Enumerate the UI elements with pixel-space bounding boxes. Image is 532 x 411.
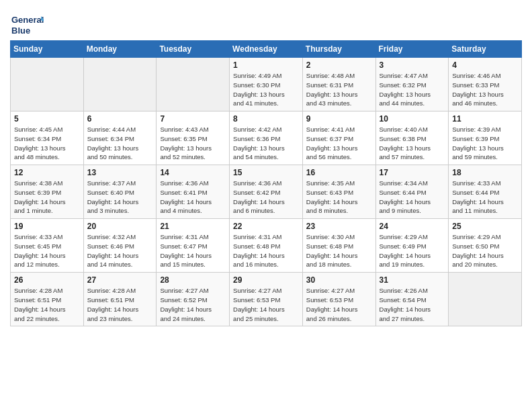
calendar-cell: 2Sunrise: 4:48 AM Sunset: 6:31 PM Daylig… xyxy=(302,58,375,111)
day-info: Sunrise: 4:36 AM Sunset: 6:41 PM Dayligh… xyxy=(160,179,226,216)
day-info: Sunrise: 4:49 AM Sunset: 6:30 PM Dayligh… xyxy=(233,71,299,108)
day-info: Sunrise: 4:28 AM Sunset: 6:51 PM Dayligh… xyxy=(87,286,153,323)
day-info: Sunrise: 4:47 AM Sunset: 6:32 PM Dayligh… xyxy=(380,71,445,108)
day-info: Sunrise: 4:46 AM Sunset: 6:33 PM Dayligh… xyxy=(452,71,518,108)
day-info: Sunrise: 4:26 AM Sunset: 6:54 PM Dayligh… xyxy=(380,286,445,323)
day-info: Sunrise: 4:34 AM Sunset: 6:44 PM Dayligh… xyxy=(380,179,445,216)
day-info: Sunrise: 4:27 AM Sunset: 6:53 PM Dayligh… xyxy=(233,286,299,323)
calendar-cell: 17Sunrise: 4:34 AM Sunset: 6:44 PM Dayli… xyxy=(375,165,449,219)
calendar-cell: 1Sunrise: 4:49 AM Sunset: 6:30 PM Daylig… xyxy=(230,58,303,111)
day-info: Sunrise: 4:43 AM Sunset: 6:35 PM Dayligh… xyxy=(160,125,226,162)
calendar-cell: 13Sunrise: 4:37 AM Sunset: 6:40 PM Dayli… xyxy=(83,165,157,219)
day-info: Sunrise: 4:27 AM Sunset: 6:52 PM Dayligh… xyxy=(160,286,226,323)
day-number: 12 xyxy=(14,168,80,177)
svg-text:Blue: Blue xyxy=(11,26,30,36)
day-info: Sunrise: 4:29 AM Sunset: 6:50 PM Dayligh… xyxy=(452,232,518,269)
day-info: Sunrise: 4:40 AM Sunset: 6:38 PM Dayligh… xyxy=(380,125,445,162)
day-number: 2 xyxy=(306,60,372,70)
weekday-header: Thursday xyxy=(302,41,375,58)
svg-text:General: General xyxy=(11,15,44,25)
calendar-cell: 5Sunrise: 4:45 AM Sunset: 6:34 PM Daylig… xyxy=(11,111,84,165)
day-number: 3 xyxy=(380,60,445,70)
calendar-table: SundayMondayTuesdayWednesdayThursdayFrid… xyxy=(10,40,522,326)
day-info: Sunrise: 4:30 AM Sunset: 6:48 PM Dayligh… xyxy=(306,232,372,269)
calendar-cell: 28Sunrise: 4:27 AM Sunset: 6:52 PM Dayli… xyxy=(157,273,230,326)
day-number: 4 xyxy=(452,60,518,70)
logo: General Blue xyxy=(10,11,44,38)
day-info: Sunrise: 4:27 AM Sunset: 6:53 PM Dayligh… xyxy=(306,286,372,323)
day-number: 18 xyxy=(452,168,518,177)
calendar-cell: 4Sunrise: 4:46 AM Sunset: 6:33 PM Daylig… xyxy=(449,58,522,111)
weekday-header-row: SundayMondayTuesdayWednesdayThursdayFrid… xyxy=(11,41,522,58)
day-number: 10 xyxy=(380,114,445,124)
calendar-week-row: 1Sunrise: 4:49 AM Sunset: 6:30 PM Daylig… xyxy=(11,58,522,111)
day-info: Sunrise: 4:33 AM Sunset: 6:45 PM Dayligh… xyxy=(14,232,80,269)
weekday-header: Wednesday xyxy=(230,41,303,58)
logo-svg: General Blue xyxy=(10,11,44,38)
calendar-cell xyxy=(11,58,84,111)
calendar-cell: 26Sunrise: 4:28 AM Sunset: 6:51 PM Dayli… xyxy=(11,273,84,326)
calendar-cell: 3Sunrise: 4:47 AM Sunset: 6:32 PM Daylig… xyxy=(375,58,449,111)
calendar-cell xyxy=(449,273,522,326)
day-info: Sunrise: 4:41 AM Sunset: 6:37 PM Dayligh… xyxy=(306,125,372,162)
calendar-cell: 6Sunrise: 4:44 AM Sunset: 6:34 PM Daylig… xyxy=(83,111,157,165)
day-info: Sunrise: 4:48 AM Sunset: 6:31 PM Dayligh… xyxy=(306,71,372,108)
calendar-cell: 14Sunrise: 4:36 AM Sunset: 6:41 PM Dayli… xyxy=(157,165,230,219)
day-number: 28 xyxy=(160,275,226,285)
calendar-cell: 15Sunrise: 4:36 AM Sunset: 6:42 PM Dayli… xyxy=(230,165,303,219)
calendar-cell: 20Sunrise: 4:32 AM Sunset: 6:46 PM Dayli… xyxy=(83,219,157,273)
calendar-cell: 24Sunrise: 4:29 AM Sunset: 6:49 PM Dayli… xyxy=(375,219,449,273)
day-info: Sunrise: 4:45 AM Sunset: 6:34 PM Dayligh… xyxy=(14,125,80,162)
day-info: Sunrise: 4:38 AM Sunset: 6:39 PM Dayligh… xyxy=(14,179,80,216)
calendar-cell: 23Sunrise: 4:30 AM Sunset: 6:48 PM Dayli… xyxy=(302,219,375,273)
day-number: 26 xyxy=(14,275,80,285)
calendar-cell xyxy=(83,58,157,111)
day-number: 7 xyxy=(160,114,226,124)
calendar-cell: 22Sunrise: 4:31 AM Sunset: 6:48 PM Dayli… xyxy=(230,219,303,273)
calendar-cell: 21Sunrise: 4:31 AM Sunset: 6:47 PM Dayli… xyxy=(157,219,230,273)
calendar-cell: 27Sunrise: 4:28 AM Sunset: 6:51 PM Dayli… xyxy=(83,273,157,326)
weekday-header: Tuesday xyxy=(157,41,230,58)
day-info: Sunrise: 4:29 AM Sunset: 6:49 PM Dayligh… xyxy=(380,232,445,269)
calendar-week-row: 5Sunrise: 4:45 AM Sunset: 6:34 PM Daylig… xyxy=(11,111,522,165)
calendar-cell xyxy=(157,58,230,111)
day-number: 21 xyxy=(160,222,226,231)
weekday-header: Sunday xyxy=(11,41,84,58)
calendar-week-row: 19Sunrise: 4:33 AM Sunset: 6:45 PM Dayli… xyxy=(11,219,522,273)
day-number: 15 xyxy=(233,168,299,177)
calendar-cell: 29Sunrise: 4:27 AM Sunset: 6:53 PM Dayli… xyxy=(230,273,303,326)
day-info: Sunrise: 4:42 AM Sunset: 6:36 PM Dayligh… xyxy=(233,125,299,162)
day-number: 14 xyxy=(160,168,226,177)
day-number: 22 xyxy=(233,222,299,231)
weekday-header: Monday xyxy=(83,41,157,58)
day-info: Sunrise: 4:33 AM Sunset: 6:44 PM Dayligh… xyxy=(452,179,518,216)
page-header: General Blue xyxy=(10,7,522,38)
calendar-cell: 30Sunrise: 4:27 AM Sunset: 6:53 PM Dayli… xyxy=(302,273,375,326)
calendar-cell: 9Sunrise: 4:41 AM Sunset: 6:37 PM Daylig… xyxy=(302,111,375,165)
calendar-week-row: 12Sunrise: 4:38 AM Sunset: 6:39 PM Dayli… xyxy=(11,165,522,219)
day-number: 27 xyxy=(87,275,153,285)
day-info: Sunrise: 4:28 AM Sunset: 6:51 PM Dayligh… xyxy=(14,286,80,323)
calendar-cell: 12Sunrise: 4:38 AM Sunset: 6:39 PM Dayli… xyxy=(11,165,84,219)
calendar-cell: 18Sunrise: 4:33 AM Sunset: 6:44 PM Dayli… xyxy=(449,165,522,219)
day-number: 31 xyxy=(380,275,445,285)
weekday-header: Saturday xyxy=(449,41,522,58)
day-number: 24 xyxy=(380,222,445,231)
calendar-cell: 16Sunrise: 4:35 AM Sunset: 6:43 PM Dayli… xyxy=(302,165,375,219)
day-number: 11 xyxy=(452,114,518,124)
day-info: Sunrise: 4:35 AM Sunset: 6:43 PM Dayligh… xyxy=(306,179,372,216)
calendar-week-row: 26Sunrise: 4:28 AM Sunset: 6:51 PM Dayli… xyxy=(11,273,522,326)
day-info: Sunrise: 4:39 AM Sunset: 6:39 PM Dayligh… xyxy=(452,125,518,162)
day-number: 20 xyxy=(87,222,153,231)
day-info: Sunrise: 4:31 AM Sunset: 6:47 PM Dayligh… xyxy=(160,232,226,269)
day-number: 13 xyxy=(87,168,153,177)
calendar-cell: 8Sunrise: 4:42 AM Sunset: 6:36 PM Daylig… xyxy=(230,111,303,165)
day-number: 5 xyxy=(14,114,80,124)
day-info: Sunrise: 4:44 AM Sunset: 6:34 PM Dayligh… xyxy=(87,125,153,162)
day-number: 8 xyxy=(233,114,299,124)
day-number: 25 xyxy=(452,222,518,231)
day-number: 17 xyxy=(380,168,445,177)
day-info: Sunrise: 4:32 AM Sunset: 6:46 PM Dayligh… xyxy=(87,232,153,269)
calendar-cell: 11Sunrise: 4:39 AM Sunset: 6:39 PM Dayli… xyxy=(449,111,522,165)
day-number: 1 xyxy=(233,60,299,70)
